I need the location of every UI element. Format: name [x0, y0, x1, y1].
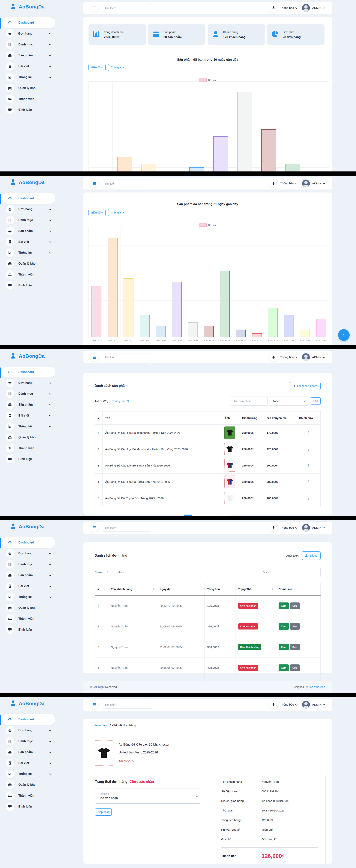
admin-label[interactable]: ADMIN: [312, 182, 321, 185]
sidebar-item-binh-luan[interactable]: Bình luận: [2, 801, 55, 812]
sidebar-item-dashboard[interactable]: Dashboard: [2, 714, 55, 725]
pagination-page-1[interactable]: 1: [184, 515, 192, 516]
sidebar-item-bai-viet[interactable]: Bài viết: [2, 237, 55, 247]
sidebar-item-san-pham[interactable]: Sản phẩm: [2, 570, 55, 581]
view-order-button[interactable]: Xem: [279, 664, 289, 671]
menu-toggle-button[interactable]: [90, 701, 98, 709]
product-search-input[interactable]: [231, 396, 268, 406]
sidebar-item-danh-muc[interactable]: Danh mục: [2, 736, 55, 747]
sidebar-item-binh-luan[interactable]: Bình luận: [2, 280, 55, 291]
admin-label[interactable]: ADMIN: [312, 355, 321, 359]
sidebar-item-thanh-vien[interactable]: Thành viên: [2, 94, 55, 104]
sidebar-item-don-hang[interactable]: Đơn hàng: [2, 28, 55, 39]
sidebar-item-thanh-vien[interactable]: Thành viên: [2, 269, 55, 280]
sidebar-item-thong-ke[interactable]: Thống kê: [2, 769, 55, 779]
update-status-button[interactable]: Cập nhật: [95, 808, 111, 816]
filter-button[interactable]: Lọc: [311, 397, 321, 404]
tab-trash[interactable]: Thùng rác (2): [112, 399, 129, 403]
column-header[interactable]: Chỉnh sửa▲▼: [276, 583, 320, 595]
admin-avatar[interactable]: [302, 524, 310, 532]
sidebar-item-quan-ly-kho[interactable]: Quản lý kho: [2, 258, 55, 269]
sidebar-item-san-pham[interactable]: Sản phẩm: [2, 747, 55, 757]
designer-link[interactable]: Lập trình viên: [309, 685, 325, 688]
sidebar-item-dashboard[interactable]: Dashboard: [2, 193, 55, 204]
brand-logo[interactable]: AoBongDa: [0, 0, 68, 10]
sidebar-item-don-hang[interactable]: Đơn hàng: [2, 204, 55, 215]
chart-type-button[interactable]: Biểu đồ ▾: [88, 64, 106, 71]
tab-all[interactable]: Tất cả (20): [95, 399, 108, 403]
admin-label[interactable]: ADMIN: [312, 703, 321, 706]
pagination-page-3[interactable]: 3: [201, 515, 209, 516]
sidebar-item-bai-viet[interactable]: Bài viết: [2, 757, 55, 769]
sidebar-item-san-pham[interactable]: Sản phẩm: [2, 399, 55, 410]
admin-avatar[interactable]: [302, 180, 310, 187]
row-actions-menu[interactable]: ⋮: [307, 480, 310, 484]
brand-logo[interactable]: AoBongDa: [0, 349, 68, 360]
sidebar-item-dashboard[interactable]: Dashboard: [2, 537, 55, 548]
sidebar-item-bai-viet[interactable]: Bài viết: [2, 410, 55, 421]
sidebar-item-dashboard[interactable]: Dashboard: [2, 17, 55, 28]
search-input[interactable]: [102, 701, 152, 709]
export-all-button[interactable]: Tất cả: [301, 551, 321, 560]
view-order-button[interactable]: Xem: [279, 644, 289, 650]
edit-order-button[interactable]: Sửa: [290, 644, 300, 650]
sidebar-item-binh-luan[interactable]: Bình luận: [2, 454, 55, 465]
chart-time-button[interactable]: Thời gian ▾: [108, 209, 127, 216]
edit-order-button[interactable]: Sửa: [290, 623, 300, 630]
sidebar-item-thanh-vien[interactable]: Thành viên: [2, 790, 55, 801]
view-order-button[interactable]: Xem: [279, 623, 289, 630]
column-header[interactable]: Tên khách hàng▲▼: [108, 583, 157, 595]
notifications-bell-icon[interactable]: [269, 353, 278, 362]
admin-avatar[interactable]: [302, 353, 310, 361]
sidebar-item-thong-ke[interactable]: Thống kê: [2, 592, 55, 602]
chart-type-button[interactable]: Biểu đồ ▾: [88, 209, 106, 216]
menu-toggle-button[interactable]: [90, 353, 98, 361]
sidebar-item-dashboard[interactable]: Dashboard: [2, 367, 55, 377]
pagination-page-2[interactable]: 2: [192, 515, 201, 516]
chart-time-button[interactable]: Thời gian ▾: [108, 64, 127, 71]
notifications-bell-icon[interactable]: [269, 179, 278, 188]
notifications-bell-icon[interactable]: [269, 700, 278, 709]
sidebar-item-bai-viet[interactable]: Bài viết: [2, 581, 55, 592]
search-input[interactable]: [102, 4, 152, 12]
column-header[interactable]: #▲▼: [95, 583, 108, 595]
menu-toggle-button[interactable]: [90, 179, 98, 188]
sidebar-item-thong-ke[interactable]: Thống kê: [2, 421, 55, 432]
edit-order-button[interactable]: Sửa: [290, 664, 300, 671]
sidebar-item-thong-ke[interactable]: Thống kê: [2, 72, 55, 83]
search-input[interactable]: [102, 524, 152, 532]
column-header[interactable]: Tổng tiền▲▼: [205, 583, 235, 595]
admin-label[interactable]: ADMIN: [312, 526, 321, 529]
sidebar-item-thanh-vien[interactable]: Thành viên: [2, 613, 55, 624]
sidebar-item-quan-ly-kho[interactable]: Quản lý kho: [2, 779, 55, 790]
brand-logo[interactable]: AoBongDa: [0, 176, 68, 186]
brand-logo[interactable]: AoBongDa: [0, 520, 68, 530]
admin-avatar[interactable]: [302, 701, 310, 709]
sidebar-item-danh-muc[interactable]: Danh mục: [2, 559, 55, 570]
brand-logo[interactable]: AoBongDa: [0, 697, 68, 707]
pagination-next[interactable]: Next ›: [218, 515, 232, 516]
menu-toggle-button[interactable]: [90, 524, 98, 532]
sidebar-item-danh-muc[interactable]: Danh mục: [2, 389, 55, 399]
category-filter-select[interactable]: Tất cả: [270, 396, 308, 406]
sidebar-item-san-pham[interactable]: Sản phẩm: [2, 225, 55, 237]
sidebar-item-don-hang[interactable]: Đơn hàng: [2, 548, 55, 559]
breadcrumb-parent[interactable]: Đơn hàng: [95, 724, 108, 727]
sidebar-item-quan-ly-kho[interactable]: Quản lý kho: [2, 602, 55, 613]
scroll-to-top-button[interactable]: ↑: [338, 329, 350, 341]
notifications-label[interactable]: Thông báo: [280, 703, 294, 706]
menu-toggle-button[interactable]: [90, 4, 98, 12]
status-select[interactable]: Trạng thái Chờ xác nhận: [95, 788, 201, 804]
pagination-page-4[interactable]: 4: [209, 515, 218, 516]
sidebar-item-binh-luan[interactable]: Bình luận: [2, 624, 55, 635]
sidebar-item-thong-ke[interactable]: Thống kê: [2, 247, 55, 258]
sidebar-item-bai-viet[interactable]: Bài viết: [2, 61, 55, 72]
notifications-label[interactable]: Thông báo: [280, 526, 294, 529]
sidebar-item-danh-muc[interactable]: Danh mục: [2, 215, 55, 225]
search-input[interactable]: [102, 353, 152, 361]
notifications-label[interactable]: Thông báo: [280, 182, 294, 185]
row-actions-menu[interactable]: ⋮: [307, 447, 310, 451]
sidebar-item-quan-ly-kho[interactable]: Quản lý kho: [2, 432, 55, 443]
edit-order-button[interactable]: Sửa: [290, 602, 300, 609]
row-actions-menu[interactable]: ⋮: [307, 464, 310, 467]
